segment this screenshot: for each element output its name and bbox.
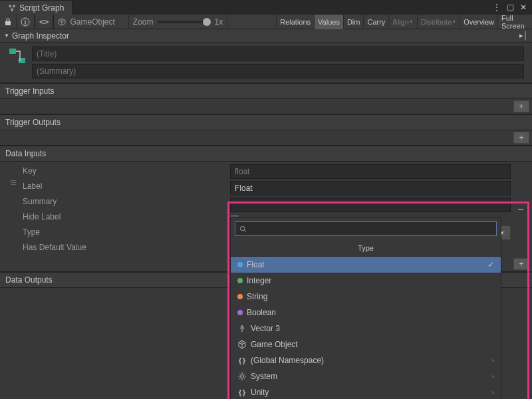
cube-icon — [58, 18, 66, 26]
view-align[interactable]: Align ▼ — [388, 15, 416, 29]
type-option-label: (Global Namespace) — [251, 356, 324, 365]
view-values[interactable]: Values — [314, 15, 343, 29]
type-option-label: Unity — [251, 388, 269, 397]
type-option-string[interactable]: String — [231, 289, 501, 305]
summary-input[interactable] — [230, 198, 511, 212]
label-default: Has Default Value — [23, 241, 226, 254]
type-option-label: Game Object — [251, 340, 298, 349]
main-toolbar: i <> GameObject Zoom 1x Relations Values… — [0, 15, 532, 29]
variables-icon[interactable]: <> — [35, 15, 53, 29]
type-option-boolean[interactable]: Boolean — [231, 305, 501, 321]
svg-rect-1 — [13, 5, 15, 7]
lock-icon[interactable] — [0, 15, 17, 29]
popup-title: Type — [231, 240, 501, 257]
tab-title: Script Graph — [19, 3, 64, 13]
type-color-icon — [237, 278, 243, 283]
collapse-icon[interactable]: ▸│ — [519, 31, 528, 40]
maximize-icon[interactable]: ▢ — [504, 2, 516, 13]
remove-data-input-button[interactable]: − — [515, 203, 527, 215]
info-icon[interactable]: i — [17, 15, 35, 29]
type-color-icon — [237, 262, 243, 267]
type-picker-popup: Type Float✓IntegerStringBooleanVector 3G… — [230, 217, 501, 399]
svg-rect-6 — [9, 49, 16, 54]
svg-rect-3 — [5, 21, 11, 25]
inspector-bar: ▼ Graph Inspector ▸│ — [0, 29, 532, 43]
close-icon[interactable]: ✕ — [517, 2, 529, 13]
label-input[interactable] — [230, 181, 511, 196]
cube-icon — [237, 340, 247, 349]
svg-rect-2 — [11, 9, 13, 11]
type-color-icon — [237, 294, 243, 299]
window-controls: ⋮ ▢ ✕ — [491, 0, 532, 15]
label-label: Label — [23, 180, 226, 193]
zoom-control[interactable]: Zoom 1x — [129, 15, 227, 29]
type-option-label: Integer — [247, 276, 271, 285]
type-option-integer[interactable]: Integer — [231, 273, 501, 289]
view-distribute[interactable]: Distribute ▼ — [417, 15, 460, 29]
graph-header — [0, 43, 532, 83]
type-color-icon — [237, 310, 243, 315]
add-trigger-output-button[interactable]: + — [513, 132, 529, 144]
type-option-system[interactable]: System› — [231, 368, 501, 384]
type-option-float[interactable]: Float✓ — [231, 257, 501, 273]
gear-icon — [237, 372, 247, 381]
add-data-input-button[interactable]: + — [513, 258, 529, 270]
type-option-label: System — [251, 372, 277, 381]
view-relations[interactable]: Relations — [276, 15, 314, 29]
section-data-inputs: Data Inputs — [0, 146, 532, 162]
label-type: Type — [23, 225, 226, 239]
type-option-label: Float — [247, 260, 265, 269]
type-option-label: String — [247, 292, 267, 301]
type-option-label: Vector 3 — [251, 324, 280, 333]
graph-summary-input[interactable] — [32, 64, 524, 78]
tab-script-graph[interactable]: Script Graph — [0, 0, 72, 15]
svg-text:i: i — [25, 19, 27, 26]
type-search-input[interactable] — [249, 224, 492, 233]
label-hide: Hide Label — [23, 210, 226, 223]
section-trigger-inputs: Trigger Inputs — [0, 83, 532, 99]
view-carry[interactable]: Carry — [363, 15, 388, 29]
section-trigger-outputs: Trigger Outputs — [0, 114, 532, 130]
chevron-right-icon: › — [492, 357, 494, 364]
braces-icon: {} — [237, 388, 247, 397]
menu-icon[interactable]: ⋮ — [491, 2, 503, 13]
search-icon — [239, 225, 247, 233]
braces-icon: {} — [237, 356, 247, 365]
view-dim[interactable]: Dim — [343, 15, 364, 29]
tab-bar: Script Graph ⋮ ▢ ✕ — [0, 0, 532, 15]
label-summary: Summary — [23, 195, 226, 208]
v3-icon — [237, 324, 247, 333]
svg-point-9 — [241, 375, 244, 378]
chevron-right-icon: › — [492, 373, 494, 380]
type-option--global-namespace-[interactable]: {}(Global Namespace)› — [231, 352, 501, 368]
type-search-field[interactable] — [235, 221, 497, 236]
check-icon: ✓ — [487, 260, 494, 269]
graph-node-icon — [8, 47, 27, 65]
drag-handle-icon[interactable] — [11, 164, 16, 185]
svg-rect-0 — [9, 5, 11, 7]
foldout-icon[interactable]: ▼ — [4, 33, 9, 39]
add-trigger-input-button[interactable]: + — [513, 100, 529, 112]
view-overview[interactable]: Overview — [460, 15, 497, 29]
script-graph-icon — [8, 4, 16, 12]
type-option-game-object[interactable]: Game Object — [231, 336, 501, 352]
inspector-title: Graph Inspector — [12, 31, 69, 41]
type-option-unity[interactable]: {}Unity› — [231, 384, 501, 399]
svg-point-8 — [240, 226, 244, 230]
key-input[interactable] — [230, 164, 511, 179]
graph-title-input[interactable] — [32, 47, 524, 61]
chevron-right-icon: › — [492, 389, 494, 396]
type-option-label: Boolean — [247, 308, 276, 317]
type-option-vector-3[interactable]: Vector 3 — [231, 321, 501, 336]
label-key: Key — [23, 164, 226, 178]
view-fullscreen[interactable]: Full Screen — [497, 15, 532, 29]
zoom-slider[interactable] — [158, 21, 211, 23]
gameobject-selector[interactable]: GameObject — [54, 15, 128, 29]
type-list: Float✓IntegerStringBooleanVector 3Game O… — [231, 257, 501, 399]
